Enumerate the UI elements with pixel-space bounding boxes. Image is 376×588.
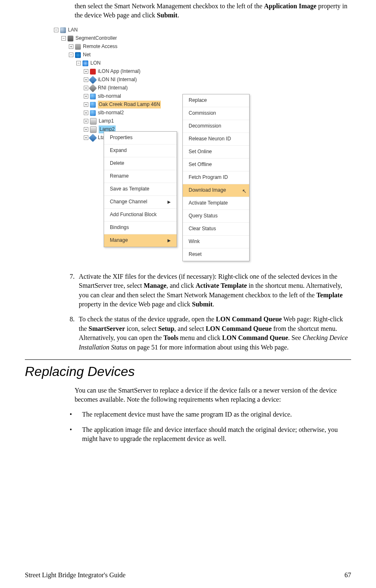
lan-icon bbox=[60, 27, 66, 33]
bullet-1: • The replacement device must have the s… bbox=[66, 410, 351, 419]
section-intro: You can use the SmartServer to replace a… bbox=[75, 386, 351, 405]
menu-item-release-neuron-id[interactable]: Release Neuron ID bbox=[183, 133, 249, 146]
section-divider bbox=[25, 359, 351, 360]
menu-item-clear-status[interactable]: Clear Status bbox=[183, 223, 249, 236]
menu-item-change-channel[interactable]: Change Channel▶ bbox=[104, 196, 177, 209]
plus-icon: + bbox=[84, 94, 88, 99]
bullet-icon: • bbox=[66, 410, 82, 419]
tree-node-lon: −LON bbox=[54, 59, 261, 67]
cursor-icon: ↖ bbox=[242, 188, 247, 195]
lamp-icon bbox=[90, 102, 96, 108]
footer-title: Street Light Bridge Integrator's Guide bbox=[25, 571, 126, 580]
tree-node: +iLON App (Internal) bbox=[54, 67, 261, 76]
tree-node: +iLON NI (Internal) bbox=[54, 76, 261, 84]
tree-node: +RNI (Internal) bbox=[54, 84, 261, 92]
plus-icon: + bbox=[84, 69, 88, 74]
menu-item-query-status[interactable]: Query Status bbox=[183, 210, 249, 223]
context-menu-manage: Replace Commission Decommission Release … bbox=[182, 94, 250, 261]
plus-icon: + bbox=[84, 135, 88, 140]
menu-item-decommission[interactable]: Decommission bbox=[183, 120, 249, 133]
menu-item-expand[interactable]: Expand bbox=[104, 145, 177, 157]
tree-node-segment: −SegmentController bbox=[54, 34, 261, 43]
minus-icon: − bbox=[76, 61, 81, 65]
menu-item-reset[interactable]: Reset bbox=[183, 248, 249, 261]
ltal-icon bbox=[89, 134, 97, 142]
plus-icon: + bbox=[84, 111, 88, 115]
bullet-icon: • bbox=[66, 425, 82, 444]
plus-icon: + bbox=[84, 127, 88, 132]
submenu-arrow-icon: ▶ bbox=[163, 199, 171, 205]
tree-node-remote: +Remote Access bbox=[54, 43, 261, 51]
page-footer: Street Light Bridge Integrator's Guide 6… bbox=[25, 571, 351, 580]
step-7: 7. Activate the XIF files for the device… bbox=[58, 272, 351, 309]
minus-icon: − bbox=[69, 53, 73, 57]
intro-paragraph: then select the Smart Network Management… bbox=[75, 2, 351, 20]
step-number: 8. bbox=[58, 315, 79, 352]
net-icon bbox=[75, 52, 81, 58]
bullet-2: • The application image file and device … bbox=[66, 425, 351, 444]
menu-item-bindings[interactable]: Bindings bbox=[104, 222, 177, 234]
controller-icon bbox=[68, 36, 73, 41]
plus-icon: + bbox=[84, 77, 88, 82]
tree-node-net: −Net bbox=[54, 51, 261, 59]
minus-icon: − bbox=[54, 28, 58, 32]
app-icon bbox=[90, 69, 96, 75]
step-8: 8. To check the status of the device upg… bbox=[58, 315, 351, 352]
minus-icon: − bbox=[61, 36, 66, 41]
context-menu-primary: Properties Expand Delete Rename Save as … bbox=[104, 131, 177, 247]
menu-item-properties[interactable]: Properties bbox=[104, 132, 177, 145]
lamp-icon bbox=[90, 110, 96, 116]
menu-item-manage[interactable]: Manage▶ bbox=[104, 234, 177, 247]
smartserver-screenshot: −LAN −SegmentController +Remote Access −… bbox=[54, 26, 261, 266]
ni-icon bbox=[89, 76, 97, 84]
section-title: Replacing Devices bbox=[25, 362, 351, 381]
menu-item-replace[interactable]: Replace bbox=[183, 94, 249, 107]
plus-icon: + bbox=[84, 102, 88, 107]
menu-item-add-functional-block[interactable]: Add Functional Block bbox=[104, 209, 177, 222]
menu-item-activate-template[interactable]: Activate Template bbox=[183, 197, 249, 210]
menu-item-download-image[interactable]: Download Image↖ bbox=[183, 184, 249, 197]
menu-item-delete[interactable]: Delete bbox=[104, 157, 177, 170]
tree-node-lan: −LAN bbox=[54, 26, 261, 34]
plus-icon: + bbox=[84, 119, 88, 123]
menu-item-set-offline[interactable]: Set Offline bbox=[183, 159, 249, 171]
menu-item-wink[interactable]: Wink bbox=[183, 236, 249, 248]
step-number: 7. bbox=[58, 272, 79, 309]
device-icon bbox=[90, 126, 97, 133]
menu-item-commission[interactable]: Commission bbox=[183, 107, 249, 120]
device-icon bbox=[90, 118, 97, 125]
menu-item-fetch-program-id[interactable]: Fetch Program ID bbox=[183, 171, 249, 184]
plus-icon: + bbox=[69, 44, 73, 49]
lamp-icon bbox=[90, 94, 96, 99]
menu-item-rename[interactable]: Rename bbox=[104, 170, 177, 183]
plus-icon: + bbox=[84, 86, 88, 90]
footer-page-number: 67 bbox=[344, 571, 351, 580]
submenu-arrow-icon: ▶ bbox=[163, 238, 171, 243]
menu-item-set-online[interactable]: Set Online bbox=[183, 146, 249, 159]
menu-item-save-template[interactable]: Save as Template bbox=[104, 183, 177, 196]
rni-icon bbox=[89, 84, 97, 92]
remote-icon bbox=[75, 44, 81, 50]
lon-icon bbox=[82, 60, 88, 66]
